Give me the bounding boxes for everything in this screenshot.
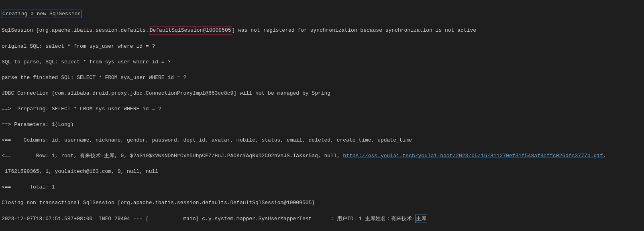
log-line: <== Total: 1: [2, 183, 642, 191]
log-line: ==> Parameters: 1(Long): [2, 121, 642, 129]
session-create-marker-1: Creating a new SqlSession: [2, 10, 82, 18]
log-line: ==> Preparing: SELECT * FROM sys_user WH…: [2, 105, 642, 113]
log-line: SQL to parse, SQL: select * from sys_use…: [2, 58, 642, 66]
log-line: <== Columns: id, username, nickname, gen…: [2, 136, 642, 144]
log-line: ,: [603, 153, 606, 159]
log-line: original SQL: select * from sys_user whe…: [2, 43, 642, 51]
log-line: <== Row: 1, root, 有来技术-主库, 0, $2a$10$xVW…: [2, 153, 343, 159]
log-line: 2023-12-07T18:07:51.587+08:00 INFO 29404…: [2, 216, 415, 222]
log-line: SqlSession [org.apache.ibatis.session.de…: [2, 27, 149, 33]
db-badge-master: 主库: [415, 215, 427, 223]
log-line: parse the finished SQL: SELECT * FROM sy…: [2, 74, 642, 82]
log-line: 17621590365, 1, youlaitech@163.com, 0, n…: [2, 168, 642, 176]
log-output: Creating a new SqlSession SqlSession [or…: [0, 0, 644, 231]
log-line: JDBC Connection [com.alibaba.druid.proxy…: [2, 89, 642, 97]
avatar-url-link-1[interactable]: https://oss.youlai.tech/youlai-boot/2023…: [343, 153, 603, 159]
session-id-1: DefaultSqlSession@10009505: [149, 26, 232, 35]
log-line: Closing non transactional SqlSession [or…: [2, 199, 642, 207]
log-line: ] was not registered for synchronization…: [232, 27, 477, 33]
